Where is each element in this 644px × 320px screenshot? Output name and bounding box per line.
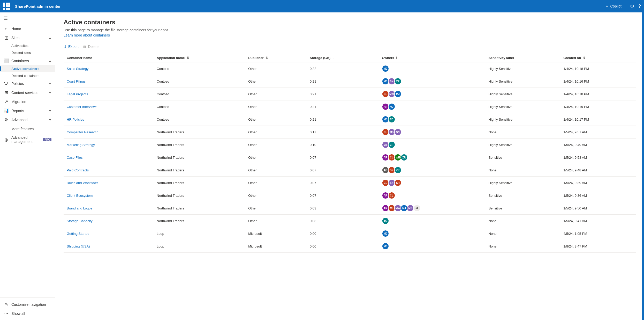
cell-container-name[interactable]: HR Policies (64, 113, 154, 126)
cell-container-name[interactable]: Getting Started (64, 227, 154, 240)
export-button[interactable]: ⬇ Export (64, 43, 79, 50)
cell-publisher: Other (245, 126, 307, 139)
cell-storage: 0.21 (307, 88, 379, 100)
th-publisher[interactable]: Publisher ⇅ (245, 54, 307, 62)
cell-container-name[interactable]: Court Filings (64, 75, 154, 88)
sidebar-item-advanced-management[interactable]: ◎ Advanced management PRO (0, 133, 55, 146)
learn-more-link[interactable]: Learn more about containers (64, 33, 110, 37)
deleted-containers-label: Deleted containers (11, 74, 39, 78)
sidebar-nav: ⌂ Home ◫ Sites ▲ Active sites Deleted si… (0, 24, 55, 297)
cell-container-name[interactable]: Marketing Strategy (64, 139, 154, 151)
cell-created: 1/5/24, 9:39 AM (560, 177, 636, 189)
sidebar-item-show-all[interactable]: ⋯ Show all (0, 309, 55, 318)
table-row: Competitor ResearchNorthwind TradersOthe… (64, 126, 636, 139)
page-description: Use this page to manage the file storage… (64, 28, 636, 32)
th-app-name-sort[interactable]: Application name ⇅ (157, 56, 189, 60)
th-created[interactable]: Created on ⇅ (560, 54, 636, 62)
sidebar-item-advanced[interactable]: ⚙ Advanced ▼ (0, 115, 55, 124)
cell-owners: MSZR (379, 139, 486, 151)
cell-container-name[interactable]: Sales Strategy (64, 62, 154, 75)
avatar: ZR (388, 141, 395, 148)
cell-container-name[interactable]: Brand and Logos (64, 202, 154, 215)
cell-sensitivity: None (485, 215, 560, 227)
th-publisher-sort[interactable]: Publisher ⇅ (248, 56, 268, 60)
cell-publisher: Other (245, 177, 307, 189)
cell-storage: 0.07 (307, 164, 379, 177)
sidebar-content-services-label: Content services (11, 91, 46, 95)
hamburger-button[interactable]: ☰ (0, 12, 55, 24)
cell-app-name: Northwind Traders (154, 202, 245, 215)
sidebar-item-home[interactable]: ⌂ Home (0, 24, 55, 33)
sidebar-item-customize-nav[interactable]: ✎ Customize navigation (0, 300, 55, 309)
table-row: Legal ProjectsContosoOther0.21CLMWMJHigh… (64, 88, 636, 100)
sidebar-item-migration[interactable]: ↗ Migration (0, 97, 55, 106)
cell-created: 1/5/24, 9:51 AM (560, 126, 636, 139)
sidebar-item-policies[interactable]: 🛡 Policies ▼ (0, 79, 55, 88)
containers-table: Container name Application name ⇅ Publis… (64, 54, 636, 253)
scroll-indicator[interactable] (642, 12, 644, 320)
sidebar-item-reports[interactable]: 📊 Reports ▼ (0, 106, 55, 115)
avatar: SR (394, 179, 401, 186)
help-icon[interactable]: ? (638, 4, 641, 9)
cell-container-name[interactable]: Legal Projects (64, 88, 154, 100)
cell-container-name[interactable]: Customer Interviews (64, 100, 154, 113)
avatar: SN (394, 128, 401, 136)
th-storage[interactable]: Storage (GB) ↓ (307, 54, 379, 62)
sidebar-footer: ✎ Customize navigation ⋯ Show all (0, 297, 55, 320)
sidebar-item-sites[interactable]: ◫ Sites ▲ (0, 33, 55, 42)
cell-container-name[interactable]: Client Ecosystem (64, 189, 154, 202)
cell-created: 1/4/24, 10:19 PM (560, 100, 636, 113)
th-storage-sort[interactable]: Storage (GB) ↓ (310, 56, 334, 60)
cell-storage: 0.00 (307, 227, 379, 240)
cell-created: 1/4/24, 10:18 PM (560, 88, 636, 100)
cell-created: 1/5/24, 9:50 AM (560, 202, 636, 215)
table-row: Court FilingsContosoOther0.21MJSNZRHighl… (64, 75, 636, 88)
cell-owners: ARCL (379, 189, 486, 202)
cell-publisher: Other (245, 113, 307, 126)
cell-container-name[interactable]: Case Files (64, 151, 154, 164)
th-container-name-label: Container name (67, 56, 92, 60)
table-row: Storage CapacityNorthwind TradersOther0.… (64, 215, 636, 227)
cell-created: 1/4/24, 10:17 PM (560, 113, 636, 126)
home-icon: ⌂ (4, 26, 9, 31)
sidebar-item-deleted-sites[interactable]: Deleted sites (0, 49, 55, 56)
topbar: SharePoint admin center ✦ Copilot ⚙ ? (0, 0, 644, 12)
cell-publisher: Other (245, 88, 307, 100)
table-row: Rules and WorkflowsNorthwind TradersOthe… (64, 177, 636, 189)
th-created-sort[interactable]: Created on ⇅ (563, 56, 585, 60)
content-services-icon: ⊞ (4, 90, 9, 95)
cell-created: 1/5/24, 9:36 AM (560, 189, 636, 202)
sidebar-item-deleted-containers[interactable]: Deleted containers (0, 72, 55, 79)
th-app-name[interactable]: Application name ⇅ (154, 54, 245, 62)
cell-container-name[interactable]: Competitor Research (64, 126, 154, 139)
main-content: 1.01 TB available of 1.01 TB ℹ Active co… (55, 12, 644, 320)
owners-info-icon[interactable]: ℹ (396, 56, 397, 60)
layout: ☰ ⌂ Home ◫ Sites ▲ Active sites Deleted … (0, 12, 644, 320)
waffle-icon[interactable] (3, 3, 10, 10)
cell-container-name[interactable]: Shipping (USA) (64, 240, 154, 253)
cell-sensitivity: Sensitive (485, 189, 560, 202)
sidebar-item-active-containers[interactable]: Active containers (0, 65, 55, 72)
cell-container-name[interactable]: Paid Contracts (64, 164, 154, 177)
delete-button[interactable]: 🗑 Delete (83, 43, 98, 50)
cell-owners: MJ (379, 240, 486, 253)
sidebar-reports-label: Reports (11, 109, 46, 113)
sidebar-item-more-features[interactable]: ⋯ More features (0, 124, 55, 133)
cell-container-name[interactable]: Rules and Workflows (64, 177, 154, 189)
cell-created: 1/5/24, 9:49 AM (560, 139, 636, 151)
avatar: MS (407, 205, 414, 212)
settings-icon[interactable]: ⚙ (630, 3, 634, 9)
cell-owners: TC (379, 215, 486, 227)
copilot-button[interactable]: ✦ Copilot (605, 4, 626, 8)
avatar: ZR (394, 166, 401, 174)
cell-owners: ARCLMWMJMS+2 (379, 202, 486, 215)
cell-sensitivity: None (485, 227, 560, 240)
cell-container-name[interactable]: Storage Capacity (64, 215, 154, 227)
sidebar-item-active-sites[interactable]: Active sites (0, 42, 55, 49)
sidebar-item-content-services[interactable]: ⊞ Content services ▼ (0, 88, 55, 97)
cell-app-name: Contoso (154, 100, 245, 113)
table-row: Marketing StrategyNorthwind TradersOther… (64, 139, 636, 151)
sidebar-item-containers[interactable]: ⬜ Containers ▲ (0, 56, 55, 65)
cell-publisher: Microsoft (245, 240, 307, 253)
avatar: ZR (400, 154, 408, 161)
